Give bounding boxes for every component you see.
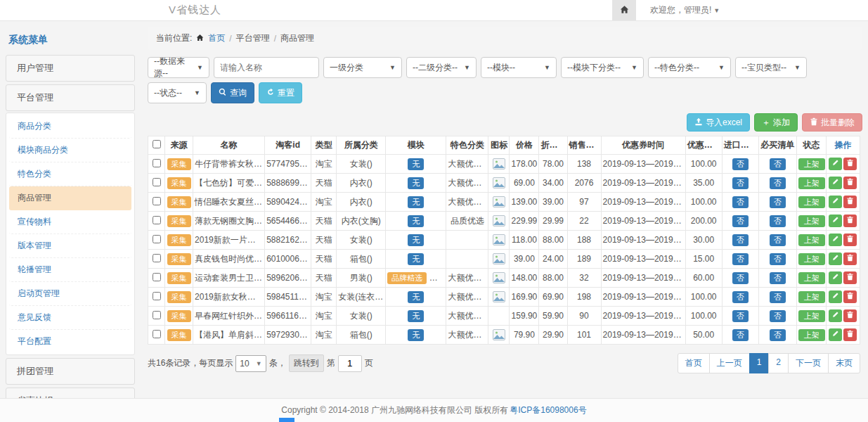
status-badge[interactable]: 上架: [798, 291, 825, 303]
row-checkbox[interactable]: [153, 254, 161, 262]
status-badge[interactable]: 上架: [798, 329, 825, 341]
must-buy-toggle[interactable]: 否: [770, 291, 786, 303]
jump-button[interactable]: 跳转到: [289, 354, 324, 372]
name-search-input[interactable]: [214, 57, 319, 78]
select-all-checkbox[interactable]: [153, 140, 161, 148]
status-badge[interactable]: 上架: [798, 215, 825, 227]
sidebar-item-版本管理[interactable]: 版本管理: [9, 234, 131, 258]
row-checkbox[interactable]: [153, 292, 161, 300]
delete-button[interactable]: [843, 234, 857, 246]
must-buy-toggle[interactable]: 否: [770, 196, 786, 208]
module-badge[interactable]: 品牌精选: [387, 272, 427, 284]
sidebar-item-启动页管理[interactable]: 启动页管理: [9, 282, 131, 306]
filter-select-数据来源[interactable]: --数据来源--▼: [148, 57, 209, 78]
status-badge[interactable]: 上架: [798, 272, 825, 284]
module-badge[interactable]: 无: [408, 177, 424, 189]
pager-button-1[interactable]: 1: [749, 353, 770, 373]
import-select-toggle[interactable]: 否: [732, 272, 749, 284]
edit-button[interactable]: [829, 196, 842, 208]
import-select-toggle[interactable]: 否: [732, 291, 749, 303]
edit-button[interactable]: [829, 290, 842, 303]
module-badge[interactable]: 无: [408, 158, 424, 170]
status-badge[interactable]: 上架: [798, 158, 825, 170]
import-select-toggle[interactable]: 否: [732, 329, 749, 341]
add-button[interactable]: ＋ 添加: [754, 113, 798, 132]
per-page-select[interactable]: 10▼: [235, 355, 266, 372]
module-badge[interactable]: 无: [408, 310, 424, 322]
pager-button-下一页[interactable]: 下一页: [788, 353, 829, 373]
delete-button[interactable]: [843, 215, 857, 227]
must-buy-toggle[interactable]: 否: [770, 253, 786, 265]
filter-select-模块下分类[interactable]: --模块下分类--▼: [561, 57, 644, 78]
must-buy-toggle[interactable]: 否: [770, 272, 786, 284]
status-badge[interactable]: 上架: [798, 234, 825, 246]
batch-delete-button[interactable]: 批量删除: [802, 113, 862, 132]
sidebar-group-用户管理[interactable]: 用户管理: [6, 55, 135, 82]
row-checkbox[interactable]: [153, 235, 161, 243]
pager-button-2[interactable]: 2: [768, 353, 789, 373]
edit-button[interactable]: [829, 177, 842, 189]
edit-button[interactable]: [829, 328, 842, 341]
sidebar-group-平台管理[interactable]: 平台管理: [6, 84, 135, 111]
must-buy-toggle[interactable]: 否: [770, 310, 786, 322]
must-buy-toggle[interactable]: 否: [770, 158, 786, 170]
filter-select-一级分类[interactable]: 一级分类▼: [323, 57, 402, 78]
must-buy-toggle[interactable]: 否: [770, 177, 786, 189]
status-badge[interactable]: 上架: [798, 196, 825, 208]
sidebar-item-模块商品分类[interactable]: 模块商品分类: [9, 139, 131, 162]
filter-select-宝贝类型[interactable]: --宝贝类型--▼: [735, 57, 807, 78]
icp-link[interactable]: 粤ICP备16098006号: [510, 404, 586, 416]
import-select-toggle[interactable]: 否: [732, 215, 749, 227]
module-badge[interactable]: 无: [408, 234, 424, 246]
delete-button[interactable]: [843, 290, 857, 303]
filter-select-二级分类[interactable]: --二级分类--▼: [406, 57, 477, 78]
sidebar-item-商品管理[interactable]: 商品管理: [9, 186, 131, 210]
must-buy-toggle[interactable]: 否: [770, 234, 786, 246]
edit-button[interactable]: [829, 309, 842, 322]
home-button[interactable]: [612, 0, 636, 20]
edit-button[interactable]: [829, 215, 842, 227]
import-select-toggle[interactable]: 否: [732, 310, 749, 322]
row-checkbox[interactable]: [153, 197, 161, 205]
sidebar-item-宣传物料[interactable]: 宣传物料: [9, 210, 131, 234]
row-checkbox[interactable]: [153, 273, 161, 281]
must-buy-toggle[interactable]: 否: [770, 215, 786, 227]
import-select-toggle[interactable]: 否: [732, 234, 749, 246]
delete-button[interactable]: [843, 271, 857, 284]
edit-button[interactable]: [829, 158, 842, 170]
must-buy-toggle[interactable]: 否: [770, 329, 786, 341]
sidebar-group-拼团管理[interactable]: 拼团管理: [6, 358, 135, 385]
filter-select-模块[interactable]: --模块--▼: [481, 57, 557, 78]
edit-button[interactable]: [829, 252, 842, 265]
sidebar-item-平台配置[interactable]: 平台配置: [9, 330, 131, 353]
pager-button-首页[interactable]: 首页: [678, 353, 710, 373]
pager-button-上一页[interactable]: 上一页: [709, 353, 750, 373]
import-select-toggle[interactable]: 否: [732, 177, 749, 189]
row-checkbox[interactable]: [153, 330, 161, 338]
page-number-input[interactable]: [338, 355, 362, 372]
import-select-toggle[interactable]: 否: [732, 253, 749, 265]
delete-button[interactable]: [843, 196, 857, 208]
edit-button[interactable]: [829, 234, 842, 246]
sidebar-item-特色分类[interactable]: 特色分类: [9, 162, 131, 186]
status-badge[interactable]: 上架: [798, 177, 825, 189]
status-badge[interactable]: 上架: [798, 310, 825, 322]
search-button[interactable]: 查询: [211, 82, 254, 103]
row-checkbox[interactable]: [153, 311, 161, 319]
import-select-toggle[interactable]: 否: [732, 196, 749, 208]
row-checkbox[interactable]: [153, 216, 161, 224]
import-select-toggle[interactable]: 否: [732, 158, 749, 170]
module-badge[interactable]: 无: [408, 196, 424, 208]
delete-button[interactable]: [843, 158, 857, 170]
module-badge[interactable]: 无: [408, 329, 424, 341]
sidebar-item-意见反馈[interactable]: 意见反馈: [9, 306, 131, 330]
delete-button[interactable]: [843, 328, 857, 341]
reset-button[interactable]: 重置: [259, 82, 302, 103]
module-badge[interactable]: 无: [408, 215, 424, 227]
filter-select-状态[interactable]: --状态--▼: [148, 82, 207, 103]
sidebar-item-轮播管理[interactable]: 轮播管理: [9, 258, 131, 282]
delete-button[interactable]: [843, 252, 857, 265]
pager-button-末页[interactable]: 末页: [828, 353, 860, 373]
delete-button[interactable]: [843, 177, 857, 189]
module-badge[interactable]: 无: [408, 253, 424, 265]
